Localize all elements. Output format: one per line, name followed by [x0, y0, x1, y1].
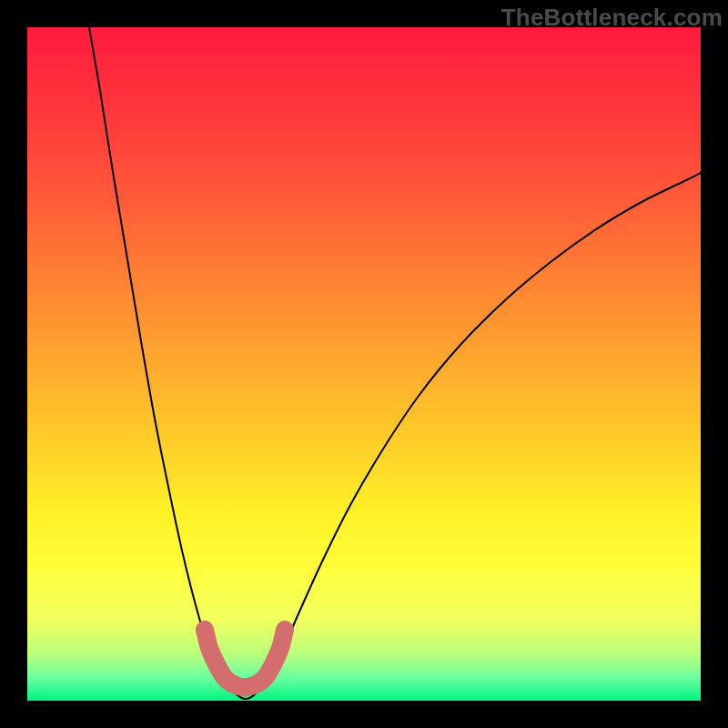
bottleneck-curve	[89, 27, 701, 699]
minimum-marker	[205, 630, 285, 687]
bottleneck-chart	[27, 27, 701, 701]
chart-frame	[27, 27, 701, 701]
